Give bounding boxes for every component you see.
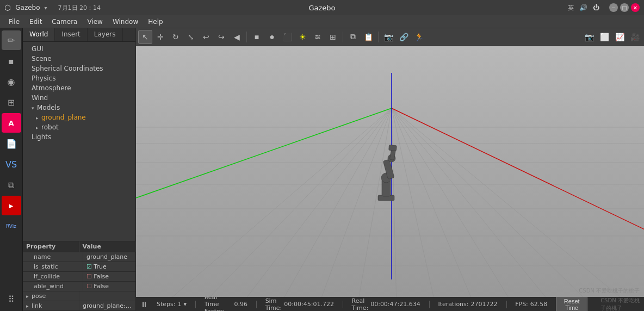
tool-run[interactable]: 🏃: [412, 30, 426, 44]
prop-lf-collide-label: lf_collide: [23, 272, 83, 281]
pause-button[interactable]: ⏸: [140, 299, 148, 310]
tool-camera2[interactable]: 📷: [381, 30, 395, 44]
letter-a-icon-btn[interactable]: A: [2, 113, 21, 133]
tool-person[interactable]: 🔗: [397, 30, 411, 44]
rviz-icon-btn[interactable]: RViz: [2, 216, 21, 236]
iterations-display: Iterations: 2701722: [438, 301, 497, 308]
tool-sphere[interactable]: ●: [265, 30, 279, 44]
prop-link-label: ▸link: [23, 301, 79, 310]
tool-select[interactable]: ↖: [138, 30, 152, 44]
prop-lf-collide-value[interactable]: ☐ False: [83, 272, 135, 281]
close-button[interactable]: ✕: [631, 3, 640, 12]
tool-wave[interactable]: ≋: [311, 30, 325, 44]
tree-item-gui[interactable]: GUI: [23, 44, 135, 54]
prop-row-link[interactable]: ▸link ground_plane::link: [23, 301, 135, 311]
tool-undo[interactable]: ↩: [199, 30, 213, 44]
tool-step-back[interactable]: ◀: [230, 30, 244, 44]
tab-layers[interactable]: Layers: [88, 28, 123, 41]
statusbar: ⏸ Steps: 1 ▾ Real Time Factor: 0.96 Sim …: [136, 297, 644, 311]
tool-scale[interactable]: ⤡: [184, 30, 198, 44]
menu-view[interactable]: View: [83, 17, 107, 27]
tool-box[interactable]: ■: [250, 30, 264, 44]
tree-item-wind[interactable]: Wind: [23, 93, 135, 103]
prop-pose-label: ▸pose: [23, 291, 79, 301]
prop-row-lf-collide[interactable]: lf_collide ☐ False: [23, 272, 135, 282]
tool-light[interactable]: ☀: [295, 30, 309, 44]
tree-item-robot[interactable]: ▸robot: [23, 122, 135, 132]
menu-edit[interactable]: Edit: [25, 17, 46, 27]
prop-row-able-wind[interactable]: able_wind ☐ False: [23, 282, 135, 291]
menubar: File Edit Camera View Window Help: [0, 15, 644, 28]
tree-item-spherical-coords[interactable]: Spherical Coordinates: [23, 64, 135, 73]
svg-rect-32: [389, 145, 397, 151]
tool-copy[interactable]: ⧉: [346, 30, 360, 44]
titlebar-left: ⬡ Gazebo ▾ 7月1日 20：14: [4, 3, 101, 12]
tool-move[interactable]: ✛: [153, 30, 168, 44]
titlebar-center-title: Gazebo: [308, 4, 335, 12]
tree-item-physics[interactable]: Physics: [23, 73, 135, 83]
tool-record[interactable]: ⬜: [597, 30, 611, 44]
csdn-watermark: CSDN 不爱吃桃子的桃子: [600, 297, 640, 312]
tree-item-atmosphere[interactable]: Atmosphere: [23, 83, 135, 93]
apps-icon-btn[interactable]: ⠿: [2, 289, 21, 309]
status-sep-1: [195, 301, 196, 308]
menu-indicator[interactable]: ▾: [45, 5, 47, 11]
tab-bar: World Insert Layers: [23, 28, 135, 42]
fps-value: 62.58: [530, 301, 548, 308]
menu-camera[interactable]: Camera: [47, 17, 82, 27]
minimize-button[interactable]: ─: [609, 3, 618, 12]
real-time-value: 00:00:47:21.634: [370, 301, 420, 308]
3d-viewport[interactable]: CSDN 不爱吃桃子的桃子: [136, 46, 644, 297]
tool-rotate[interactable]: ↻: [169, 30, 183, 44]
icon-sidebar: ✏️ ▪ ◉ ⊞ A 📄 VS ⧉ ▶ RViz ⠿: [0, 28, 23, 311]
status-sep-4: [429, 301, 430, 308]
tree-item-lights[interactable]: Lights: [23, 132, 135, 142]
tool-screenshot[interactable]: 📷: [582, 30, 596, 44]
menu-help[interactable]: Help: [144, 17, 167, 27]
right-area: ↖ ✛ ↻ ⤡ ↩ ↪ ◀ ■ ● ⬛ ☀ ≋ ⊞ ⧉ 📋 📷 🔗 🏃 📷 ⬜ …: [136, 28, 644, 311]
circle-icon-btn[interactable]: ◉: [2, 72, 21, 91]
reset-time-button[interactable]: Reset Time: [556, 296, 587, 312]
grid-icon-btn[interactable]: ⊞: [2, 92, 21, 112]
steps-label: Steps:: [157, 301, 175, 308]
tool-cylinder[interactable]: ⬛: [280, 30, 294, 44]
menu-file[interactable]: File: [4, 17, 24, 27]
maximize-button[interactable]: □: [620, 3, 629, 12]
tool-plot[interactable]: 📈: [612, 30, 627, 44]
steps-value: 1: [177, 301, 181, 308]
fps-display: FPS: 62.58: [515, 301, 547, 308]
sim-time-value: 00:00:45:01.722: [284, 301, 334, 308]
doc-icon-btn[interactable]: 📄: [2, 134, 21, 153]
tree-item-ground-plane[interactable]: ▸ground_plane: [23, 113, 135, 122]
tab-world[interactable]: World: [23, 28, 55, 41]
real-time-label: Real Time:: [352, 297, 369, 312]
system-tray-lang: 英: [568, 4, 574, 12]
tab-insert[interactable]: Insert: [55, 28, 87, 41]
cube-icon-btn[interactable]: ▪: [2, 51, 21, 71]
tree-item-models[interactable]: ▾Models: [23, 103, 135, 113]
prop-row-name[interactable]: name ground_plane: [23, 252, 135, 262]
fps-label: FPS:: [515, 301, 528, 308]
pencil-icon-btn[interactable]: ✏️: [2, 30, 21, 50]
code-icon-btn[interactable]: VS: [2, 154, 21, 174]
sim-time-display: Sim Time: 00:00:45:01.722: [265, 297, 334, 312]
tool-grid2[interactable]: ⊞: [326, 30, 340, 44]
prop-row-pose[interactable]: ▸pose: [23, 291, 135, 301]
sep-2: [343, 32, 343, 42]
layers-icon-btn[interactable]: ⧉: [2, 175, 21, 195]
world-tree: GUI Scene Spherical Coordinates Physics …: [23, 42, 135, 241]
prop-is-static-value[interactable]: ☑ True: [83, 262, 135, 271]
tool-redo[interactable]: ↪: [214, 30, 228, 44]
menu-window[interactable]: Window: [108, 17, 143, 27]
terminal-icon-btn[interactable]: ▶: [2, 196, 21, 215]
volume-icon[interactable]: 🔊: [579, 4, 587, 11]
tool-paste[interactable]: 📋: [361, 30, 375, 44]
sim-time-label: Sim Time:: [265, 297, 282, 312]
prop-able-wind-value[interactable]: ☐ False: [83, 282, 135, 291]
steps-dropdown[interactable]: ▾: [183, 301, 187, 308]
power-icon[interactable]: ⏻: [593, 4, 599, 11]
prop-row-is-static[interactable]: is_static ☑ True: [23, 262, 135, 272]
tool-video[interactable]: 🎥: [628, 30, 642, 44]
prop-is-static-label: is_static: [23, 262, 83, 271]
tree-item-scene[interactable]: Scene: [23, 54, 135, 64]
